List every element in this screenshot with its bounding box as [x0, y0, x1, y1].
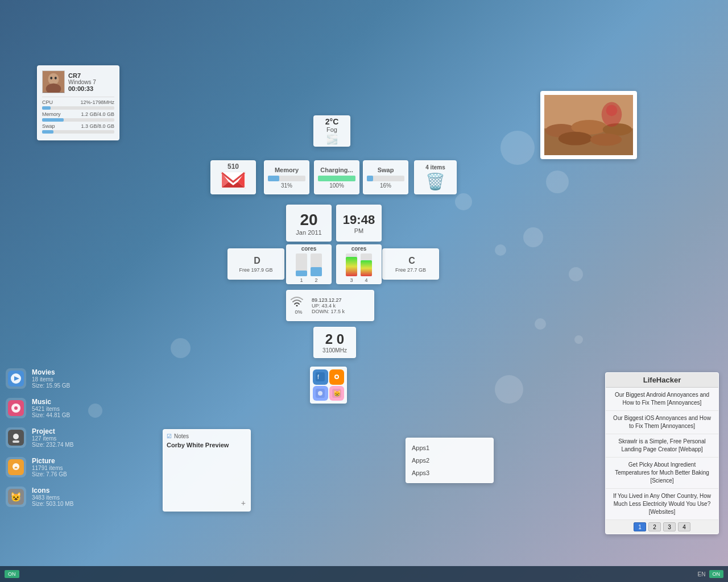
gmail-count: 510 — [228, 163, 239, 171]
sidebar-item-movies[interactable]: Movies 18 items Size: 15.95 GB — [0, 364, 79, 393]
sysinfo-memory-row: Memory 1.2 GB/4.0 GB — [42, 111, 114, 122]
sidebar-items: Movies 18 items Size: 15.95 GB Music 542… — [0, 364, 79, 512]
svg-text:😺: 😺 — [10, 492, 22, 502]
lifehacker-item-2[interactable]: Skrawlr is a Simple, Free Personal Landi… — [606, 434, 718, 458]
core1-label: 1 — [300, 277, 303, 283]
time-ampm: PM — [354, 227, 364, 234]
drive-d-letter: D — [254, 256, 260, 266]
cores34-title: cores — [351, 246, 367, 252]
svg-point-30 — [14, 406, 18, 410]
lifehacker-page-1[interactable]: 1 — [634, 522, 646, 531]
taskbar-right-btn[interactable]: ON — [709, 570, 724, 578]
svg-point-21 — [559, 132, 592, 146]
drive-d-widget: D Free 197.9 GB — [228, 248, 284, 280]
lifehacker-item-0[interactable]: Our Biggest Android Annoyances and How t… — [606, 388, 718, 411]
lifehacker-item-4[interactable]: If You Lived in Any Other Country, How M… — [606, 489, 718, 520]
notes-header: ☑ Notes — [167, 433, 247, 439]
time-value: 19:48 — [343, 213, 375, 227]
cpuspeed-digits: 2 0 — [325, 331, 344, 347]
network-down: DOWN: 17.5 k — [312, 309, 345, 314]
launcher-icon-4[interactable]: 😸 — [329, 386, 345, 401]
sysinfo-cpu-bar-fill — [42, 106, 51, 110]
sidebar-picture-text: Picture 11791 items Size: 7.76 GB — [32, 457, 67, 477]
memory-pct: 31% — [281, 182, 292, 189]
cores12-bars: 1 2 — [296, 253, 322, 283]
lifehacker-widget: LifeHacker Our Biggest Android Annoyance… — [605, 372, 719, 534]
svg-point-24 — [606, 105, 618, 116]
core4-bar-bg — [361, 253, 372, 276]
core3-container: 3 — [346, 253, 357, 283]
svg-rect-33 — [13, 440, 19, 443]
weather-icon: 🌫️ — [326, 134, 338, 145]
wifi-section: 0% — [290, 296, 307, 315]
lifehacker-header: LifeHacker — [606, 373, 718, 388]
sysinfo-swap-row: Swap 1.3 GB/8.0 GB — [42, 123, 114, 134]
lifehacker-page-3[interactable]: 3 — [663, 522, 676, 531]
launcher-icon-2[interactable] — [329, 369, 345, 385]
movies-icon — [6, 368, 26, 389]
lifehacker-page-4[interactable]: 4 — [678, 522, 690, 531]
sidebar-item-icons[interactable]: 😺 Icons 3483 items Size: 503.10 MB — [0, 482, 79, 512]
swap-small-pct: 16% — [380, 182, 391, 189]
cores12-widget: cores 1 2 — [286, 244, 332, 284]
cpuspeed-widget: 2 0 3100MHz — [313, 327, 356, 358]
trash-widget[interactable]: 4 items 🗑️ — [414, 160, 457, 194]
taskbar-left-btn[interactable]: ON — [5, 570, 19, 578]
sysinfo-uptime: 00:00:33 — [68, 85, 96, 92]
sidebar-project-text: Project 127 items Size: 232.74 MB — [32, 427, 73, 448]
picture-icon — [6, 457, 26, 477]
svg-point-1 — [48, 73, 59, 85]
avatar — [42, 70, 65, 93]
apps-item-2[interactable]: Apps2 — [410, 456, 490, 465]
drive-d-free: Free 197.9 GB — [239, 267, 272, 273]
drive-c-letter: C — [408, 256, 415, 266]
cpuspeed-label: 3100MHz — [322, 347, 347, 354]
sidebar-movies-name: Movies — [32, 368, 70, 376]
charging-bar-bg — [318, 176, 355, 181]
sidebar-music-name: Music — [32, 398, 70, 406]
taskbar-left: ON — [5, 570, 19, 578]
sidebar-icons-sub1: 3483 items — [32, 494, 73, 501]
network-info: 89.123.12.27 UP: 43.4 k DOWN: 17.5 k — [312, 297, 345, 314]
sidebar-icons-sub2: Size: 503.10 MB — [32, 501, 73, 507]
sysinfo-username: CR7 — [68, 72, 96, 79]
core2-container: 2 — [311, 253, 322, 283]
lifehacker-item-3[interactable]: Get Picky About Ingredient Temperatures … — [606, 458, 718, 489]
sidebar-item-picture[interactable]: Picture 11791 items Size: 7.76 GB — [0, 452, 79, 482]
drive-c-free: Free 27.7 GB — [395, 267, 426, 273]
trash-icon: 🗑️ — [425, 172, 445, 191]
sidebar-icons-text: Icons 3483 items Size: 503.10 MB — [32, 487, 73, 507]
weather-temp: 2°C — [325, 117, 339, 126]
lifehacker-page-2[interactable]: 2 — [648, 522, 661, 531]
lifehacker-item-1[interactable]: Our Biggest iOS Annoyances and How to Fi… — [606, 411, 718, 434]
apps-item-3[interactable]: Apps3 — [410, 468, 490, 477]
network-ip: 89.123.12.27 — [312, 297, 345, 303]
drive-c-row: C — [406, 256, 415, 266]
date-widget: 20 Jan 2011 — [286, 205, 332, 242]
photo-image — [544, 95, 633, 155]
gmail-widget[interactable]: 510 — [210, 160, 256, 194]
core1-bar-bg — [296, 253, 307, 276]
notes-checkbox: ☑ — [167, 433, 172, 439]
launcher-icon-3[interactable] — [313, 386, 328, 401]
core4-bar-fill — [361, 260, 372, 276]
sidebar-project-sub1: 127 items — [32, 435, 73, 442]
sysinfo-memory-bar-bg — [42, 118, 114, 122]
drive-c-widget: C Free 27.7 GB — [382, 248, 439, 280]
sidebar-item-music[interactable]: Music 5421 items Size: 44.81 GB — [0, 393, 79, 423]
sysinfo-memory-label: Memory 1.2 GB/4.0 GB — [42, 111, 114, 117]
core3-label: 3 — [350, 277, 353, 283]
sidebar-movies-sub2: Size: 15.95 GB — [32, 383, 70, 389]
sidebar-item-project[interactable]: Project 127 items Size: 232.74 MB — [0, 423, 79, 452]
network-up: UP: 43.4 k — [312, 303, 345, 309]
launcher-widget: f 😸 — [310, 367, 347, 404]
core3-bar-bg — [346, 253, 357, 276]
sysinfo-cpu-row: CPU 12%-1798MHz — [42, 99, 114, 110]
sidebar-project-name: Project — [32, 427, 73, 435]
launcher-icon-1[interactable]: f — [313, 369, 328, 385]
photo-widget — [540, 91, 637, 159]
charging-widget: Charging... 100% — [314, 160, 359, 194]
apps-item-1[interactable]: Apps1 — [410, 443, 490, 452]
sidebar-music-sub1: 5421 items — [32, 406, 70, 412]
notes-add-button[interactable]: + — [241, 498, 246, 508]
